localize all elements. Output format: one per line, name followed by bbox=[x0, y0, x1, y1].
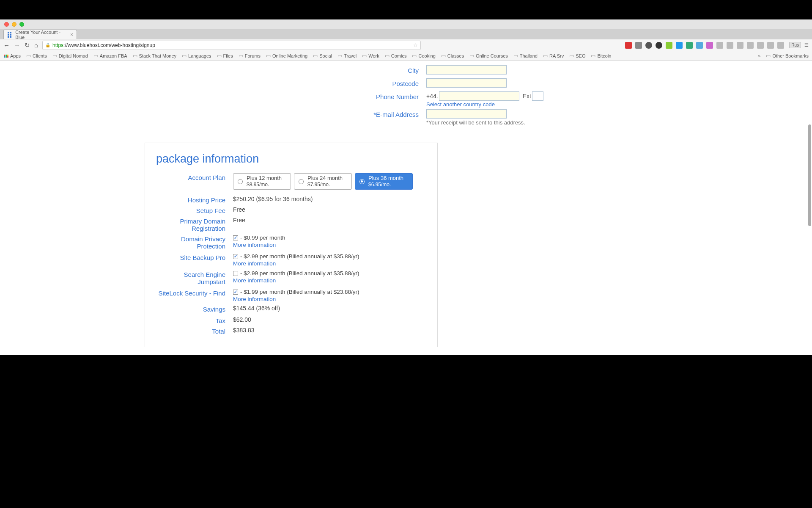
extension-icon[interactable] bbox=[727, 42, 733, 49]
bookmark-folder[interactable]: ▭Stack That Money bbox=[133, 53, 176, 59]
extension-icon[interactable] bbox=[625, 42, 632, 49]
bookmark-folder[interactable]: ▭Comics bbox=[385, 53, 407, 59]
bookmark-folder[interactable]: ▭Online Marketing bbox=[266, 53, 307, 59]
plan-36-month[interactable]: Plus 36 month$6.95/mo. bbox=[355, 173, 413, 190]
seo-more-info[interactable]: More information bbox=[233, 277, 426, 284]
extension-icon[interactable] bbox=[777, 42, 784, 49]
reload-button[interactable]: ↻ bbox=[25, 41, 30, 49]
other-bookmarks[interactable]: ▭Other Bookmarks bbox=[766, 53, 809, 59]
bookmark-folder[interactable]: ▭Cooking bbox=[412, 53, 435, 59]
bookmark-folder[interactable]: ▭Forums bbox=[239, 53, 261, 59]
back-button[interactable]: ← bbox=[3, 41, 10, 49]
bookmark-folder[interactable]: ▭Classes bbox=[441, 53, 464, 59]
window-close-button[interactable] bbox=[4, 22, 9, 27]
star-icon[interactable]: ☆ bbox=[413, 42, 418, 48]
phone-label: Phone Number bbox=[195, 91, 426, 100]
ext-label: Ext bbox=[523, 93, 531, 99]
tab-title: Create Your Account - Blue bbox=[15, 30, 68, 40]
seo-checkbox[interactable] bbox=[233, 271, 238, 276]
bookmark-folder[interactable]: ▭Clients bbox=[26, 53, 47, 59]
bookmark-folder[interactable]: ▭Travel bbox=[337, 53, 357, 59]
address-bar[interactable]: 🔒 https://www.bluehost.com/web-hosting/s… bbox=[42, 41, 421, 50]
home-button[interactable]: ⌂ bbox=[34, 41, 38, 49]
language-badge[interactable]: Rus bbox=[789, 42, 801, 48]
tab-close-icon[interactable]: × bbox=[70, 32, 73, 38]
extension-icon[interactable] bbox=[706, 42, 713, 49]
extension-icon[interactable] bbox=[666, 42, 672, 49]
scrollbar-thumb[interactable] bbox=[808, 124, 811, 226]
extension-icon[interactable] bbox=[635, 42, 642, 49]
folder-icon: ▭ bbox=[441, 53, 446, 59]
window-maximize-button[interactable] bbox=[19, 22, 24, 27]
extension-icon[interactable] bbox=[737, 42, 743, 49]
sitelock-more-info[interactable]: More information bbox=[233, 296, 426, 302]
extension-icon[interactable] bbox=[686, 42, 693, 49]
bookmark-folder[interactable]: ▭Work bbox=[362, 53, 379, 59]
folder-icon: ▭ bbox=[513, 53, 518, 59]
window-minimize-button[interactable] bbox=[12, 22, 16, 27]
folder-icon: ▭ bbox=[26, 53, 31, 59]
backup-checkbox[interactable] bbox=[233, 254, 238, 259]
postcode-input[interactable] bbox=[426, 78, 507, 88]
country-code-link[interactable]: Select another country code bbox=[426, 101, 617, 108]
browser-tab[interactable]: Create Your Account - Blue × bbox=[3, 30, 77, 39]
bookmark-overflow[interactable]: » bbox=[758, 53, 760, 58]
browser-window: Create Your Account - Blue × ← → ↻ ⌂ 🔒 h… bbox=[0, 19, 812, 61]
scrollbar[interactable] bbox=[808, 61, 811, 355]
domain-reg-label: Primary Domain Registration bbox=[156, 217, 233, 232]
hosting-price-label: Hosting Price bbox=[156, 196, 233, 204]
bookmark-folder[interactable]: ▭Thailand bbox=[513, 53, 538, 59]
tax-label: Tax bbox=[156, 316, 233, 324]
extension-icon[interactable] bbox=[716, 42, 723, 49]
total-value: $383.83 bbox=[233, 327, 426, 334]
bookmark-folder[interactable]: ▭SEO bbox=[569, 53, 585, 59]
ext-input[interactable] bbox=[532, 91, 543, 101]
privacy-checkbox[interactable] bbox=[233, 235, 238, 240]
url-path: ://www.bluehost.com/web-hosting/signup bbox=[63, 42, 155, 48]
plan-12-month[interactable]: Plus 12 month$8.95/mo. bbox=[233, 173, 291, 190]
total-label: Total bbox=[156, 327, 233, 335]
browser-menu-button[interactable]: ≡ bbox=[804, 41, 809, 50]
bookmark-folder[interactable]: ▭Social bbox=[313, 53, 332, 59]
bookmark-folder[interactable]: ▭Digital Nomad bbox=[52, 53, 88, 59]
extension-icon[interactable] bbox=[757, 42, 764, 49]
bookmark-folder[interactable]: ▭Amazon FBA bbox=[93, 53, 127, 59]
bookmark-folder[interactable]: ▭Online Courses bbox=[469, 53, 508, 59]
bookmark-folder[interactable]: ▭Files bbox=[217, 53, 233, 59]
folder-icon: ▭ bbox=[52, 53, 57, 59]
privacy-more-info[interactable]: More information bbox=[233, 242, 426, 248]
email-input[interactable] bbox=[426, 109, 507, 119]
extension-icons: Rus ≡ bbox=[625, 41, 809, 50]
package-title: package information bbox=[156, 152, 426, 166]
phone-input[interactable] bbox=[439, 91, 519, 101]
radio-icon bbox=[359, 179, 365, 184]
account-plan-label: Account Plan bbox=[156, 173, 233, 181]
folder-icon: ▭ bbox=[385, 53, 390, 59]
extension-icon[interactable] bbox=[767, 42, 774, 49]
city-label: City bbox=[195, 65, 426, 74]
url-protocol: https bbox=[52, 42, 63, 48]
sitelock-checkbox[interactable] bbox=[233, 290, 238, 295]
extension-icon[interactable] bbox=[696, 42, 703, 49]
extension-icon[interactable] bbox=[645, 42, 652, 49]
email-hint: *Your receipt will be sent to this addre… bbox=[426, 119, 617, 126]
plan-24-month[interactable]: Plus 24 month$7.95/mo. bbox=[294, 173, 352, 190]
backup-more-info[interactable]: More information bbox=[233, 260, 426, 267]
apps-shortcut[interactable]: Apps bbox=[3, 53, 21, 58]
postcode-label: Postcode bbox=[195, 78, 426, 87]
bookmark-folder[interactable]: ▭Languages bbox=[182, 53, 211, 59]
folder-icon: ▭ bbox=[469, 53, 474, 59]
bookmark-folder[interactable]: ▭Bitcoin bbox=[591, 53, 611, 59]
extension-icon[interactable] bbox=[676, 42, 683, 49]
bookmark-folder[interactable]: ▭RA Srv bbox=[543, 53, 564, 59]
privacy-text: - $0.99 per month bbox=[240, 235, 285, 241]
extension-icon[interactable] bbox=[656, 42, 662, 49]
city-input[interactable] bbox=[426, 65, 507, 75]
extension-icon[interactable] bbox=[747, 42, 754, 49]
forward-button[interactable]: → bbox=[14, 41, 20, 49]
folder-icon: ▭ bbox=[591, 53, 595, 59]
sitelock-text: - $1.99 per month (Billed annually at $2… bbox=[240, 289, 359, 295]
lock-icon: 🔒 bbox=[45, 43, 50, 47]
backup-label: Site Backup Pro bbox=[156, 253, 233, 261]
seo-label: Search Engine Jumpstart bbox=[156, 270, 233, 285]
